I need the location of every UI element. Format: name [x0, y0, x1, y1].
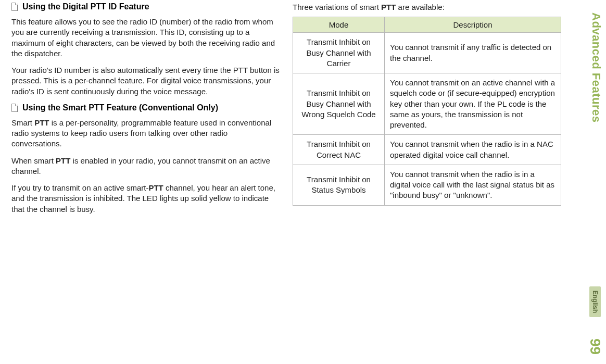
- bold-text: PTT: [148, 183, 163, 192]
- heading-text: Using the Smart PTT Feature (Conventiona…: [22, 103, 218, 112]
- text: Smart: [11, 118, 34, 127]
- heading-smart-ptt: Using the Smart PTT Feature (Conventiona…: [11, 103, 280, 112]
- table-row: Transmit Inhibit on Correct NAC You cann…: [293, 135, 561, 165]
- table-header-row: Mode Description: [293, 17, 561, 33]
- cell-mode: Transmit Inhibit on Correct NAC: [293, 135, 385, 165]
- heading-text: Using the Digital PTT ID Feature: [22, 2, 149, 11]
- bold-text: PTT: [34, 118, 49, 127]
- table-row: Transmit Inhibit on Busy Channel with Ca…: [293, 33, 561, 73]
- left-column: Using the Digital PTT ID Feature This fe…: [5, 2, 286, 221]
- paragraph: This feature allows you to see the radio…: [11, 17, 280, 59]
- text: If you try to transmit on an active smar…: [11, 183, 148, 192]
- bold-text: PTT: [381, 3, 396, 11]
- right-rail: Advanced Features English 99: [580, 0, 606, 364]
- cell-description: You cannot transmit on an active channel…: [385, 73, 561, 135]
- language-tab: English: [589, 286, 601, 317]
- smart-ptt-table: Mode Description Transmit Inhibit on Bus…: [293, 17, 561, 205]
- section-title-vertical: Advanced Features: [589, 12, 603, 122]
- text: are available:: [396, 3, 444, 11]
- text: Three variations of smart: [293, 3, 381, 11]
- text: is a per-personality, programmable featu…: [11, 118, 271, 148]
- paragraph: When smart PTT is enabled in your radio,…: [11, 156, 280, 177]
- cell-mode: Transmit Inhibit on Status Symbols: [293, 165, 385, 205]
- cell-description: You cannot transmit when the radio is in…: [385, 135, 561, 165]
- page-number: 99: [587, 338, 603, 355]
- text: When smart: [11, 156, 56, 165]
- table-row: Transmit Inhibit on Status Symbols You c…: [293, 165, 561, 205]
- cell-description: You cannot transmit when the radio is in…: [385, 165, 561, 205]
- cell-mode: Transmit Inhibit on Busy Channel with Ca…: [293, 33, 385, 73]
- table-row: Transmit Inhibit on Busy Channel with Wr…: [293, 73, 561, 135]
- right-column: Three variations of smart PTT are availa…: [286, 2, 567, 221]
- bold-text: PTT: [56, 156, 70, 165]
- th-description: Description: [385, 17, 561, 33]
- cell-mode: Transmit Inhibit on Busy Channel with Wr…: [293, 73, 385, 135]
- paragraph: If you try to transmit on an active smar…: [11, 183, 280, 215]
- heading-digital-ptt-id: Using the Digital PTT ID Feature: [11, 2, 280, 11]
- cell-description: You cannot transmit if any traffic is de…: [385, 33, 561, 73]
- page-content: Using the Digital PTT ID Feature This fe…: [0, 0, 573, 226]
- page-icon: [11, 104, 18, 112]
- table-intro: Three variations of smart PTT are availa…: [293, 2, 561, 12]
- th-mode: Mode: [293, 17, 385, 33]
- paragraph: Your radio's ID number is also automatic…: [11, 65, 280, 97]
- page-icon: [11, 3, 18, 11]
- paragraph: Smart PTT is a per-personality, programm…: [11, 118, 280, 149]
